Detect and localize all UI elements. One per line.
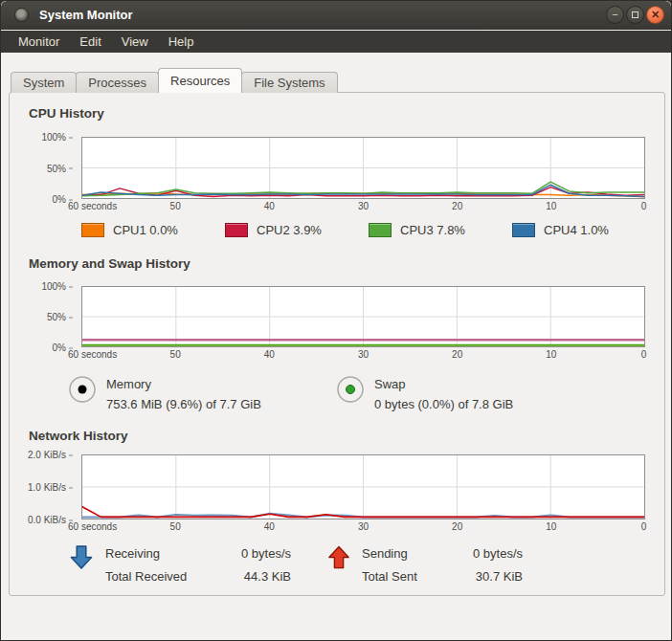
cpu1-swatch xyxy=(81,223,104,237)
swap-pie-icon xyxy=(335,374,366,405)
cpu-y-axis: 100%50%0% xyxy=(10,137,78,199)
minimize-button[interactable]: − xyxy=(606,6,624,24)
app-icon xyxy=(14,8,29,22)
cpu-x-axis: 60 seconds50403020100 xyxy=(81,200,645,211)
cpu3-swatch xyxy=(369,223,392,237)
memory-x-axis: 60 seconds50403020100 xyxy=(81,348,645,360)
maximize-icon xyxy=(632,11,638,18)
memory-legend-item: Memory 753.6 MiB (9.6%) of 7.7 GiB xyxy=(67,374,340,414)
sending-arrow-icon xyxy=(327,544,350,570)
total-sent-value: 30.7 KiB xyxy=(473,565,523,588)
sending-legend-item: Sending 0 bytes/s Total Sent 30.7 KiB xyxy=(327,542,523,588)
cpu1-label: CPU1 0.0% xyxy=(113,223,178,237)
cpu1-legend-item: CPU1 0.0% xyxy=(81,223,178,237)
sending-rate: 0 bytes/s xyxy=(473,542,523,565)
total-sent-label: Total Sent xyxy=(362,565,465,588)
swap-detail: 0 bytes (0.0%) of 7.8 GiB xyxy=(374,394,513,414)
total-received-value: 44.3 KiB xyxy=(241,565,291,588)
menubar: Monitor Edit View Help xyxy=(1,31,671,53)
tab-file-systems[interactable]: File Systems xyxy=(241,72,337,93)
cpu2-swatch xyxy=(225,223,248,237)
cpu4-label: CPU4 1.0% xyxy=(544,223,609,237)
tab-processes[interactable]: Processes xyxy=(76,72,159,93)
menu-monitor[interactable]: Monitor xyxy=(11,33,67,51)
network-history-chart xyxy=(81,454,645,519)
close-button[interactable]: ✕ xyxy=(646,6,664,24)
menu-edit[interactable]: Edit xyxy=(72,33,108,51)
memory-detail: 753.6 MiB (9.6%) of 7.7 GiB xyxy=(106,394,261,414)
swap-legend-item: Swap 0 bytes (0.0%) of 7.8 GiB xyxy=(335,374,608,414)
swap-label: Swap xyxy=(374,374,513,394)
menu-view[interactable]: View xyxy=(114,33,156,51)
tab-system[interactable]: System xyxy=(11,72,77,93)
cpu3-label: CPU3 7.8% xyxy=(400,223,465,237)
tab-bar: System Processes Resources File Systems xyxy=(11,68,337,93)
titlebar[interactable]: System Monitor − ✕ xyxy=(1,1,671,30)
cpu2-legend-item: CPU2 3.9% xyxy=(225,223,322,237)
cpu-legend: CPU1 0.0% CPU2 3.9% CPU3 7.8% CPU4 1.0% xyxy=(81,223,656,240)
receiving-label: Receiving xyxy=(105,542,234,565)
menu-help[interactable]: Help xyxy=(161,33,202,51)
cpu4-swatch xyxy=(512,223,535,237)
memory-label: Memory xyxy=(106,374,261,394)
maximize-button[interactable] xyxy=(626,6,644,24)
receiving-rate: 0 bytes/s xyxy=(241,542,291,565)
memory-history-chart xyxy=(81,286,645,347)
network-x-axis: 60 seconds50403020100 xyxy=(81,520,645,532)
total-received-label: Total Received xyxy=(105,565,234,588)
cpu3-legend-item: CPU3 7.8% xyxy=(369,223,465,237)
cpu-history-title: CPU History xyxy=(29,106,104,121)
cpu2-label: CPU2 3.9% xyxy=(257,223,322,237)
memory-pie-icon xyxy=(67,374,98,405)
window-content: System Processes Resources File Systems … xyxy=(1,53,672,641)
system-monitor-window: System Monitor − ✕ Monitor Edit View Hel… xyxy=(0,0,672,641)
memory-y-axis: 100%50%0% xyxy=(10,286,78,347)
cpu-history-chart xyxy=(81,137,645,199)
network-history-title: Network History xyxy=(29,429,128,443)
window-title: System Monitor xyxy=(39,8,133,22)
tab-resources[interactable]: Resources xyxy=(158,68,242,93)
sending-label: Sending xyxy=(362,542,465,565)
memory-history-title: Memory and Swap History xyxy=(29,256,190,271)
network-y-axis: 2.0 KiB/s1.0 KiB/s0.0 KiB/s xyxy=(10,454,78,519)
resources-page: CPU History 100%50%0% 60 seconds50403020… xyxy=(9,92,665,596)
cpu4-legend-item: CPU4 1.0% xyxy=(512,223,609,237)
receiving-arrow-icon xyxy=(69,544,94,570)
receiving-legend-item: Receiving 0 bytes/s Total Received 44.3 … xyxy=(69,542,291,588)
